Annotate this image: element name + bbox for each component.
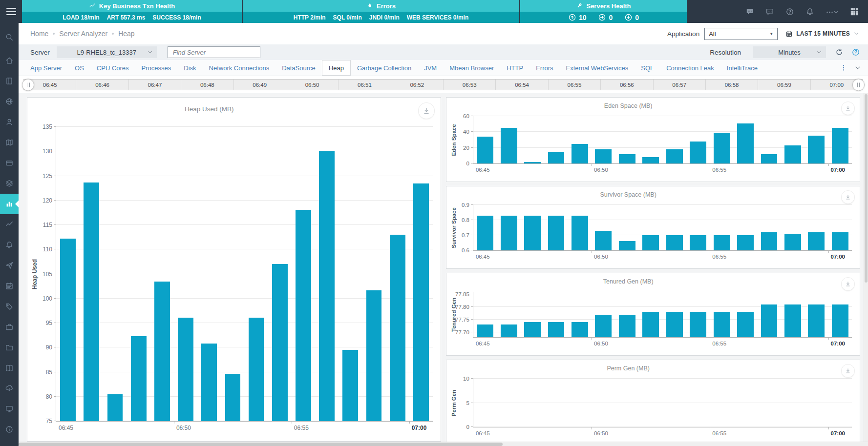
bar[interactable] <box>225 374 241 421</box>
sidebar-item-trend[interactable] <box>0 214 19 235</box>
sidebar-item-globe[interactable] <box>0 91 19 112</box>
bar[interactable] <box>690 235 706 250</box>
download-chart-button[interactable] <box>418 102 435 119</box>
tab-sql[interactable]: SQL <box>635 60 660 76</box>
bar[interactable] <box>808 136 825 163</box>
tabs-collapse-button[interactable] <box>854 64 861 71</box>
tab-http[interactable]: HTTP <box>500 60 529 76</box>
tab-intellitrace[interactable]: IntelliTrace <box>720 60 764 76</box>
chat-filled-icon[interactable] <box>745 7 754 16</box>
kpi-errors[interactable]: ErrorsHTTP 2/minSQL 0/minJNDI 0/minWEB S… <box>243 0 520 23</box>
bar[interactable] <box>832 232 848 250</box>
bar[interactable] <box>477 216 493 250</box>
time-ruler-track[interactable]: 06:4506:4606:4706:4806:4906:5006:5106:52… <box>23 79 863 90</box>
vertical-scrollbar[interactable] <box>864 93 868 442</box>
tab-datasource[interactable]: DataSource <box>275 60 322 76</box>
bar[interactable] <box>784 304 801 337</box>
help-button[interactable] <box>851 48 860 57</box>
application-select[interactable]: All ▼ <box>704 28 778 40</box>
bar[interactable] <box>178 318 193 421</box>
tab-overflow-menu-button[interactable] <box>840 64 847 72</box>
scrollbar-thumb[interactable] <box>19 443 503 446</box>
breadcrumb-item[interactable]: Server Analyzer <box>59 30 107 38</box>
bar[interactable] <box>714 312 730 337</box>
bar[interactable] <box>666 149 683 163</box>
horizontal-scrollbar[interactable] <box>19 442 868 446</box>
bar[interactable] <box>548 322 565 337</box>
download-chart-button[interactable] <box>841 190 855 204</box>
bar[interactable] <box>666 312 683 337</box>
bar[interactable] <box>761 232 778 250</box>
bar[interactable] <box>201 344 217 421</box>
more-icon[interactable] <box>826 7 838 16</box>
bar[interactable] <box>761 304 778 337</box>
bar[interactable] <box>572 322 588 337</box>
tab-heap[interactable]: Heap <box>322 60 351 76</box>
bar[interactable] <box>690 142 706 163</box>
bar[interactable] <box>548 152 565 163</box>
bar[interactable] <box>366 290 382 421</box>
tab-external-webservices[interactable]: External WebServices <box>560 60 635 76</box>
tab-disk[interactable]: Disk <box>177 60 202 76</box>
bar[interactable] <box>342 350 358 421</box>
bar[interactable] <box>524 162 541 163</box>
bar[interactable] <box>595 149 612 163</box>
bar[interactable] <box>737 312 754 337</box>
kpi-servers-health[interactable]: Servers Health1000 <box>520 0 688 23</box>
bar[interactable] <box>249 318 264 421</box>
tab-processes[interactable]: Processes <box>135 60 178 76</box>
sidebar-item-send[interactable] <box>0 255 19 276</box>
bar[interactable] <box>154 282 170 421</box>
sidebar-item-users[interactable] <box>0 112 19 132</box>
bar[interactable] <box>784 234 801 250</box>
breadcrumb-item[interactable]: Home <box>30 30 48 38</box>
bar[interactable] <box>666 235 683 250</box>
sidebar-item-layers[interactable] <box>0 173 19 194</box>
bar[interactable] <box>595 231 612 250</box>
bar[interactable] <box>808 304 825 337</box>
bar[interactable] <box>642 235 659 250</box>
bar[interactable] <box>413 183 429 421</box>
sidebar-item-bar-chart[interactable] <box>0 194 19 214</box>
sidebar-item-cloud-download[interactable] <box>0 378 19 399</box>
time-range-handle-right[interactable] <box>852 79 865 91</box>
bar[interactable] <box>296 210 311 421</box>
bar[interactable] <box>524 322 541 337</box>
bar[interactable] <box>477 324 493 337</box>
bar[interactable] <box>572 216 588 250</box>
scrollbar-thumb[interactable] <box>865 94 868 283</box>
tab-mbean-browser[interactable]: Mbean Browser <box>443 60 500 76</box>
bar[interactable] <box>501 324 517 337</box>
bar[interactable] <box>572 144 588 163</box>
download-chart-button[interactable] <box>841 277 855 291</box>
sidebar-item-info[interactable] <box>0 419 19 440</box>
tab-jvm[interactable]: JVM <box>418 60 443 76</box>
tab-garbage-collection[interactable]: Garbage Collection <box>351 60 418 76</box>
sidebar-item-search[interactable] <box>0 27 19 47</box>
sidebar-item-display[interactable] <box>0 399 19 419</box>
bar[interactable] <box>272 264 288 421</box>
bar[interactable] <box>714 235 730 250</box>
sidebar-item-calendar[interactable] <box>0 276 19 296</box>
chat-outline-icon[interactable] <box>765 7 774 16</box>
bar[interactable] <box>60 239 76 421</box>
bar[interactable] <box>595 315 612 338</box>
bar[interactable] <box>477 137 493 163</box>
bar[interactable] <box>642 312 659 337</box>
bar[interactable] <box>107 394 123 421</box>
tab-app-server[interactable]: App Server <box>24 60 68 76</box>
bar[interactable] <box>784 145 801 163</box>
bar[interactable] <box>642 157 659 163</box>
tab-connection-leak[interactable]: Connection Leak <box>660 60 720 76</box>
bar[interactable] <box>619 241 635 250</box>
bar[interactable] <box>84 182 99 421</box>
sidebar-item-briefcase[interactable] <box>0 317 19 337</box>
bar[interactable] <box>737 123 754 163</box>
bar[interactable] <box>524 216 541 250</box>
tab-os[interactable]: OS <box>68 60 90 76</box>
bar[interactable] <box>714 133 730 163</box>
tab-cpu-cores[interactable]: CPU Cores <box>90 60 135 76</box>
sidebar-item-map[interactable] <box>0 132 19 153</box>
download-chart-button[interactable] <box>841 364 855 378</box>
bar[interactable] <box>832 128 848 163</box>
